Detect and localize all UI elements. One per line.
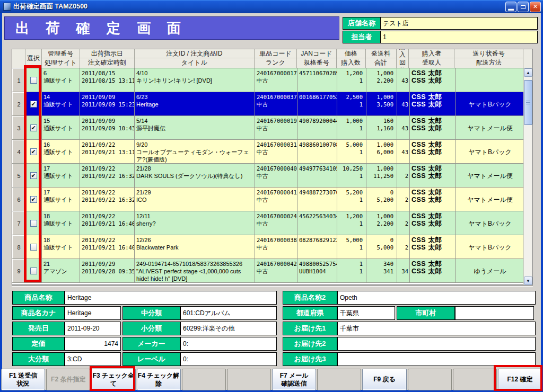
row-checkbox[interactable] (30, 172, 37, 179)
row-number[interactable]: 7 (12, 211, 25, 235)
store-name-value[interactable]: テスト店 (381, 17, 538, 30)
fkey-f4[interactable]: F4 チェック解除 (137, 369, 181, 390)
product-name-label: 商品名称 (12, 291, 65, 305)
fkey-slot-6 (227, 369, 271, 390)
address2-value[interactable] (337, 337, 536, 351)
product-name-field: 商品名称 Heritage (12, 291, 277, 305)
fkey-slot-10 (408, 369, 452, 390)
row-select-cell (25, 235, 42, 259)
row-number[interactable]: 4 (12, 140, 25, 163)
table-row[interactable]: 5 17通販サイト 2011/09/222011/09/22 16:32 21/… (12, 164, 524, 188)
row-checkbox[interactable] (30, 124, 37, 131)
row-number[interactable]: 8 (12, 235, 25, 259)
fkey-f12[interactable]: F12 確定 (498, 369, 542, 390)
row-number[interactable]: 2 (12, 92, 25, 115)
city-value[interactable] (455, 306, 534, 320)
address2-label: お届け先2 (283, 337, 337, 351)
fkey-f2: F2 条件指定 (46, 369, 90, 390)
address3-value[interactable] (337, 352, 536, 366)
table-row[interactable]: 3 15通販サイト 2011/09/092011/09/09 10:43 5/1… (12, 116, 524, 140)
row-number[interactable]: 9 (12, 259, 25, 282)
fkey-slot-8 (317, 369, 361, 390)
maximize-button[interactable] (518, 2, 529, 12)
table-row[interactable]: 1 6通販サイト 2011/08/152011/08/15 13:11 4/10… (12, 68, 524, 92)
header-date: 出荷指示日注文確定時刻 (80, 49, 135, 68)
table-row[interactable]: 7 18通販サイト 2011/09/222011/09/21 16:46 12/… (12, 211, 524, 235)
staff-field: 担当者 1 (343, 31, 538, 43)
row-checkbox[interactable] (30, 101, 37, 108)
table-row[interactable]: 9 21アマゾン 2011/09/292011/09/28 09:35 249-… (12, 259, 524, 283)
label-field: レーベル 0: (122, 352, 277, 366)
product-name2-value[interactable]: Opeth (337, 291, 536, 305)
minimize-button[interactable]: ▬ (505, 2, 516, 12)
row-checkbox[interactable] (30, 268, 37, 274)
app-icon (3, 3, 11, 11)
sub-class-label: 小分類 (122, 322, 180, 335)
sub-class-value[interactable]: 60299:洋楽その他 (180, 322, 277, 335)
list-price-field: 定価 1474 (12, 337, 121, 351)
label-value[interactable]: 0: (180, 352, 277, 366)
release-date-label: 発売日 (12, 322, 65, 335)
row-number[interactable]: 5 (12, 164, 25, 187)
major-class-value[interactable]: 3:CD (65, 352, 121, 366)
row-number[interactable]: 1 (12, 68, 25, 92)
table-row[interactable]: 4 16通販サイト 2011/09/222011/09/21 13:11 9/2… (12, 140, 524, 164)
mid-class-field: 中分類 601:CDアルバム (122, 306, 277, 320)
screen-banner: 出 荷 確 定 画 面 (4, 16, 339, 40)
maker-label: メーカー (122, 337, 180, 351)
fkey-f1[interactable]: F1 送受信 状況 (1, 369, 45, 390)
header-rownum (12, 49, 25, 68)
header-times: 購入 回数 (397, 49, 409, 68)
grid-body: 1 6通販サイト 2011/08/152011/08/15 13:11 4/10… (12, 68, 524, 285)
header-item-code: 単品コードランク (255, 49, 297, 68)
row-select-cell (25, 188, 42, 211)
staff-value[interactable]: 1 (381, 31, 538, 43)
list-price-value[interactable]: 1474 (65, 337, 121, 351)
grid-header: 選択 管理番号処理サイト 出荷指示日注文確定時刻 注文ID / 注文商品IDタイ… (12, 49, 532, 68)
table-row[interactable]: 2 14通販サイト 2011/09/092011/09/09 15:23 6/2… (12, 92, 524, 116)
fkey-f3[interactable]: F3 チェック全て (91, 369, 135, 390)
row-number[interactable]: 6 (12, 188, 25, 211)
product-kana-label: 商品名カナ (12, 306, 65, 320)
row-checkbox[interactable] (30, 244, 37, 251)
row-select-cell (25, 164, 42, 187)
product-name2-label: 商品名称2 (283, 291, 337, 305)
store-name-label: 店舗名称 (343, 17, 381, 30)
row-checkbox[interactable] (30, 148, 37, 155)
row-checkbox[interactable] (30, 220, 37, 227)
header-mgmt: 管理番号処理サイト (42, 49, 80, 68)
row-select-cell (25, 140, 42, 163)
table-row[interactable]: 8 18通販サイト 2011/09/222011/09/21 16:46 12/… (12, 235, 524, 259)
row-checkbox[interactable] (30, 77, 37, 84)
scrollbar-thumb[interactable] (524, 80, 532, 125)
header-select: 選択 (25, 49, 42, 68)
table-row[interactable]: 6 17通販サイト 2011/09/222011/09/22 16:32 21/… (12, 188, 524, 211)
header-buyer: 購入者受取人 (409, 49, 454, 68)
fkey-f9[interactable]: F9 戻る (362, 369, 406, 390)
prefecture-value[interactable]: 千葉県 (337, 306, 395, 320)
product-name-value[interactable]: Heritage (65, 291, 277, 305)
scroll-up-icon[interactable]: ▲ (524, 68, 532, 77)
vertical-scrollbar[interactable]: ▲ ▼ (523, 68, 532, 285)
row-number[interactable]: 3 (12, 116, 25, 139)
maker-value[interactable]: 0: (180, 337, 277, 351)
prefecture-field: 都道府県 千葉県 (283, 306, 395, 320)
product-kana-field: 商品名カナ Heritage (12, 306, 121, 320)
city-label: 市町村 (397, 306, 455, 320)
scroll-down-icon[interactable]: ▼ (524, 277, 532, 285)
fkey-f7[interactable]: F7 メール 確認送信 (272, 369, 316, 390)
row-select-cell (25, 92, 42, 115)
product-kana-value[interactable]: Heritage (65, 306, 121, 320)
address1-field: お届け先1 千葉市 (283, 322, 536, 335)
page-title: 出 荷 確 定 画 面 (15, 19, 187, 38)
address1-value[interactable]: 千葉市 (337, 322, 536, 335)
header-stub (523, 49, 532, 68)
row-checkbox[interactable] (30, 196, 37, 203)
header-fee: 発送料合計 (366, 49, 397, 68)
title-bar: 出荷確定画面 TAMZ0500 ▬ ✕ (0, 0, 543, 13)
header-jan: JANコード規格番号 (297, 49, 337, 68)
window-title: 出荷確定画面 TAMZ0500 (13, 2, 87, 11)
mid-class-value[interactable]: 601:CDアルバム (180, 306, 277, 320)
close-button[interactable]: ✕ (530, 2, 541, 12)
release-date-value[interactable]: 2011-09-20 (65, 322, 121, 335)
